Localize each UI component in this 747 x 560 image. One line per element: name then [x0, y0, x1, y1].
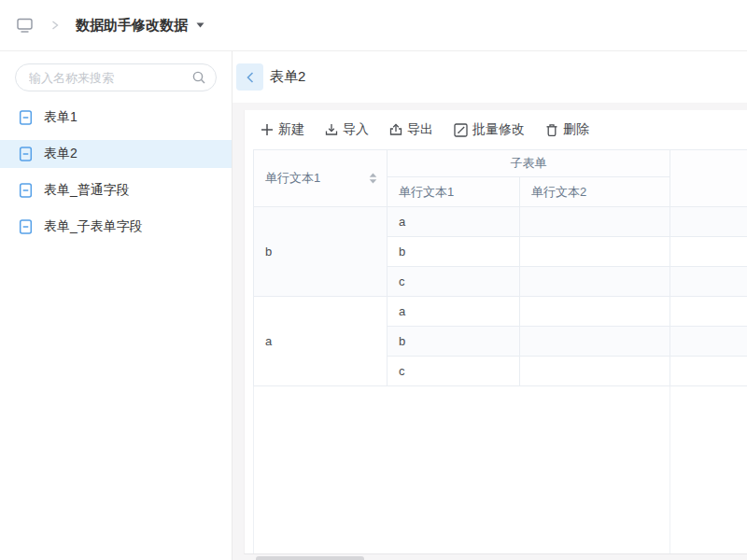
empty-cell[interactable]	[670, 237, 747, 267]
sidebar-item-form1[interactable]: 表单1	[0, 104, 232, 132]
import-button[interactable]: 导入	[325, 121, 369, 138]
subform-cell[interactable]: a	[388, 207, 520, 237]
import-button-label: 导入	[343, 121, 369, 138]
page-title: 表单2	[270, 68, 305, 86]
download-tray-icon	[325, 123, 338, 136]
edit-square-icon	[454, 123, 468, 137]
delete-button-label: 删除	[563, 121, 589, 138]
sidebar-item-label: 表单2	[44, 146, 78, 162]
subform-cell[interactable]: a	[388, 297, 520, 327]
sidebar-item-label: 表单_子表单字段	[44, 218, 143, 235]
column-header-main-label: 单行文本1	[265, 170, 320, 187]
column-divider	[669, 386, 670, 554]
subform-cell[interactable]	[520, 297, 670, 327]
subform-cell[interactable]: b	[388, 327, 520, 357]
subform-cell[interactable]: c	[388, 357, 520, 386]
document-icon	[19, 147, 33, 161]
new-button[interactable]: 新建	[261, 121, 304, 138]
column-header-empty	[670, 150, 747, 207]
main-header: 表单2	[233, 51, 747, 103]
upload-tray-icon	[389, 123, 402, 136]
app-root: 数据助手修改数据 表单1 表单2	[0, 0, 747, 560]
sidebar: 表单1 表单2 表单_普通字段 表单_子表单字段	[0, 51, 233, 560]
batch-edit-button-label: 批量修改	[472, 121, 525, 138]
sidebar-form-list: 表单1 表单2 表单_普通字段 表单_子表单字段	[0, 104, 232, 241]
caret-down-icon[interactable]	[195, 21, 205, 29]
empty-cell[interactable]	[670, 297, 747, 327]
data-panel: 新建 导入 导出 批量	[244, 110, 747, 554]
subform-cell[interactable]: c	[388, 267, 520, 297]
toolbar: 新建 导入 导出 批量	[245, 110, 747, 149]
table-empty-area	[253, 386, 747, 554]
sidebar-item-label: 表单_普通字段	[44, 182, 130, 199]
export-button-label: 导出	[407, 121, 433, 138]
subform-cell[interactable]: b	[388, 237, 520, 267]
table-row[interactable]: a a	[254, 297, 747, 327]
data-table: 单行文本1 子表单 单行文本1 单行文本2	[253, 149, 747, 554]
empty-cell[interactable]	[670, 357, 747, 386]
column-group-header-subform: 子表单	[388, 150, 670, 177]
sidebar-item-form-normal-fields[interactable]: 表单_普通字段	[0, 176, 232, 204]
delete-button[interactable]: 删除	[545, 121, 589, 138]
horizontal-scrollbar-thumb[interactable]	[256, 556, 364, 560]
document-icon	[19, 110, 33, 125]
plus-icon	[261, 123, 274, 136]
document-icon	[19, 219, 33, 234]
chevron-right-icon	[50, 20, 60, 31]
column-header-main[interactable]: 单行文本1	[254, 150, 388, 207]
export-button[interactable]: 导出	[389, 121, 433, 138]
top-bar: 数据助手修改数据	[0, 0, 747, 51]
subform-cell[interactable]	[520, 327, 670, 357]
main-body: 新建 导入 导出 批量	[233, 103, 747, 560]
batch-edit-button[interactable]: 批量修改	[454, 121, 525, 138]
subform-cell[interactable]	[520, 237, 670, 267]
main-value-cell[interactable]: a	[254, 297, 388, 386]
empty-cell[interactable]	[670, 267, 747, 297]
main-value-cell[interactable]: b	[254, 207, 388, 297]
subform-cell[interactable]	[520, 267, 670, 297]
chevron-left-icon	[245, 71, 256, 84]
sidebar-item-label: 表单1	[44, 109, 78, 126]
sidebar-search	[15, 63, 217, 91]
search-input[interactable]	[15, 63, 217, 91]
sort-carets-icon[interactable]	[369, 173, 377, 184]
trash-icon	[545, 123, 558, 137]
back-button[interactable]	[236, 63, 263, 91]
empty-cell[interactable]	[670, 327, 747, 357]
sidebar-item-form-subform-fields[interactable]: 表单_子表单字段	[0, 213, 232, 241]
column-header-sub2: 单行文本2	[520, 177, 670, 207]
subform-cell[interactable]	[520, 207, 670, 237]
column-header-sub1: 单行文本1	[388, 177, 520, 207]
subform-cell[interactable]	[520, 357, 670, 386]
table-header-row: 单行文本1 子表单	[254, 150, 747, 177]
search-icon[interactable]	[191, 70, 206, 85]
document-icon	[19, 183, 33, 198]
monitor-icon[interactable]	[15, 16, 35, 35]
new-button-label: 新建	[278, 121, 304, 138]
breadcrumb-app-title[interactable]: 数据助手修改数据	[76, 17, 188, 35]
sidebar-item-form2[interactable]: 表单2	[0, 140, 232, 168]
empty-cell[interactable]	[670, 207, 747, 237]
table-row[interactable]: b a	[254, 207, 747, 237]
